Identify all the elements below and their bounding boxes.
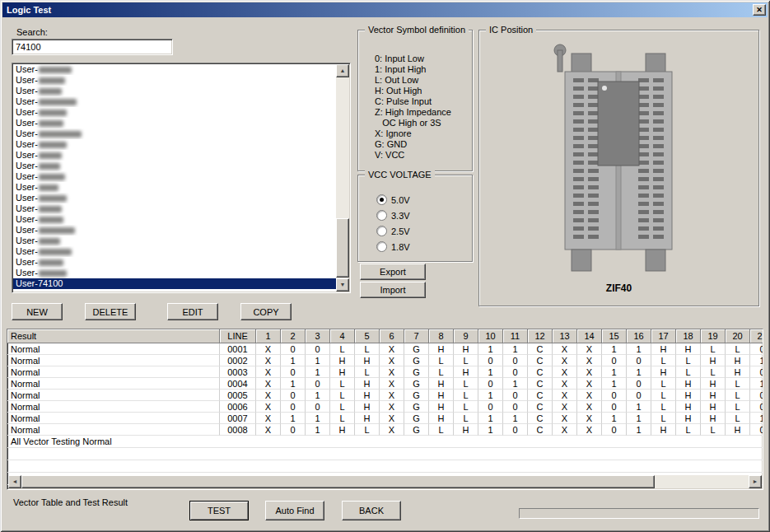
list-item-label: User-	[16, 75, 38, 85]
pin-header-cell[interactable]: 9	[454, 329, 478, 343]
vector-cell: L	[454, 413, 478, 424]
table-row[interactable]: Normal0001X00LLXGHH11CXX11HHLL0	[7, 343, 763, 355]
list-item[interactable]: User-	[13, 75, 336, 86]
vector-cell: 1	[750, 413, 763, 424]
line-cell: 0003	[220, 366, 256, 378]
vcc-option-2.5V[interactable]: 2.5V	[376, 223, 410, 239]
line-cell: 0001	[220, 343, 256, 355]
edit-button[interactable]: EDIT	[167, 303, 218, 320]
list-item[interactable]: User-	[13, 161, 336, 171]
list-item[interactable]: User-	[13, 214, 336, 225]
vcc-option-3.3V[interactable]: 3.3V	[376, 208, 410, 223]
scrollbar-thumb[interactable]	[336, 218, 349, 278]
list-scrollbar[interactable]: ▲ ▼	[336, 64, 349, 292]
vector-cell: X	[553, 390, 577, 401]
line-header-cell[interactable]: LINE	[220, 329, 256, 343]
vector-cell: X	[380, 424, 404, 436]
result-header-cell[interactable]: Result	[7, 329, 220, 343]
pin-header-cell[interactable]: 13	[553, 329, 577, 343]
auto-find-button[interactable]: Auto Find	[265, 501, 324, 520]
pin-header-cell[interactable]: 5	[355, 329, 380, 343]
pin-header-cell[interactable]: 21	[750, 329, 763, 343]
list-item[interactable]: User-	[13, 118, 336, 128]
list-item[interactable]: User-	[13, 96, 336, 107]
scroll-up-icon[interactable]: ▲	[336, 64, 349, 77]
list-item[interactable]: User-	[13, 246, 336, 257]
list-item-label: User-	[16, 214, 38, 224]
pin-header-cell[interactable]: 3	[306, 329, 330, 343]
list-item[interactable]: User-74100	[13, 278, 336, 289]
vector-cell: X	[577, 355, 602, 366]
vector-cell: 0	[750, 424, 763, 436]
list-item[interactable]: User-	[13, 150, 336, 161]
vector-cell: X	[380, 366, 404, 378]
table-row[interactable]: Normal0007X11LHXGHL11CXX11LHHL1	[7, 413, 763, 424]
pin-header-cell[interactable]: 7	[404, 329, 429, 343]
table-row[interactable]: Normal0005X01LHXGHL10CXX00LHHL0	[7, 390, 763, 401]
pin-header-cell[interactable]: 8	[429, 329, 454, 343]
scrollbar-thumb[interactable]	[21, 475, 655, 488]
pin-header-cell[interactable]: 20	[726, 329, 750, 343]
result-cell: Normal	[7, 366, 220, 378]
new-button[interactable]: NEW	[12, 303, 63, 320]
back-button[interactable]: BACK	[342, 501, 401, 520]
vector-cell: L	[651, 401, 676, 413]
list-item[interactable]: User-	[13, 128, 336, 139]
pin-header-cell[interactable]: 4	[330, 329, 355, 343]
table-row[interactable]: Normal0008X01HLXGLH10CXX01HLLH0	[7, 424, 763, 436]
radio-icon	[376, 210, 387, 221]
scroll-left-icon[interactable]: ◄	[8, 475, 21, 488]
vector-cell: L	[330, 390, 355, 401]
pin-header-cell[interactable]: 14	[577, 329, 602, 343]
list-item[interactable]: User-	[13, 86, 336, 96]
vector-cell: H	[651, 366, 676, 378]
vcc-option-1.8V[interactable]: 1.8V	[376, 239, 410, 254]
search-input[interactable]	[12, 39, 173, 55]
export-button[interactable]: Export	[360, 264, 426, 280]
scroll-down-icon[interactable]: ▼	[336, 278, 349, 292]
list-item[interactable]: User-	[13, 203, 336, 214]
vector-cell: 0	[503, 366, 528, 378]
user-list[interactable]: User-User-User-User-User-User-User-User-…	[12, 63, 351, 293]
list-item[interactable]: User-	[13, 107, 336, 118]
list-item[interactable]: User-	[13, 225, 336, 236]
table-row[interactable]: Normal0006X00LHXGHL00CXX01LHHL0	[7, 401, 763, 413]
vcc-option-5.0V[interactable]: 5.0V	[376, 192, 410, 208]
copy-button[interactable]: COPY	[240, 303, 292, 320]
pin-header-cell[interactable]: 2	[281, 329, 306, 343]
pin-header-cell[interactable]: 10	[478, 329, 503, 343]
redacted-text	[39, 131, 82, 138]
list-item[interactable]: User-	[13, 236, 336, 246]
table-row[interactable]: Normal0003X01HLXGLH10CXX11HLLH0	[7, 366, 763, 378]
list-item[interactable]: User-	[13, 171, 336, 182]
list-item[interactable]: User-	[13, 139, 336, 150]
table-row[interactable]: Normal0004X10LHXGHL01CXX10LHHL1	[7, 378, 763, 390]
pin-header-cell[interactable]: 11	[503, 329, 528, 343]
list-item[interactable]: User-	[13, 182, 336, 193]
redacted-text	[39, 238, 60, 245]
vector-cell: L	[701, 366, 726, 378]
delete-button[interactable]: DELETE	[85, 303, 136, 320]
list-item[interactable]: User-	[13, 64, 336, 75]
pin-header-cell[interactable]: 18	[676, 329, 701, 343]
vector-cell: X	[553, 401, 577, 413]
pin-header-cell[interactable]: 17	[651, 329, 676, 343]
scroll-right-icon[interactable]: ►	[749, 475, 762, 488]
list-item[interactable]: User-	[13, 193, 336, 203]
close-button[interactable]: ✕	[753, 4, 766, 16]
vector-cell: H	[429, 390, 454, 401]
pin-header-cell[interactable]: 1	[256, 329, 281, 343]
pin-header-cell[interactable]: 15	[602, 329, 627, 343]
pin-header-cell[interactable]: 12	[528, 329, 553, 343]
pin-header-cell[interactable]: 6	[380, 329, 404, 343]
test-button[interactable]: TEST	[189, 501, 249, 520]
table-row[interactable]: Normal0002X11HHXGLL00CXX00LLHH1	[7, 355, 763, 366]
list-item[interactable]: User-	[13, 257, 336, 268]
pin-header-cell[interactable]: 16	[627, 329, 651, 343]
pin-header-cell[interactable]: 19	[701, 329, 726, 343]
import-button[interactable]: Import	[360, 282, 426, 298]
vector-cell: H	[454, 424, 478, 436]
list-item[interactable]: User-	[13, 268, 336, 278]
table-horizontal-scrollbar[interactable]: ◄ ►	[8, 475, 762, 488]
vector-cell: H	[330, 424, 355, 436]
